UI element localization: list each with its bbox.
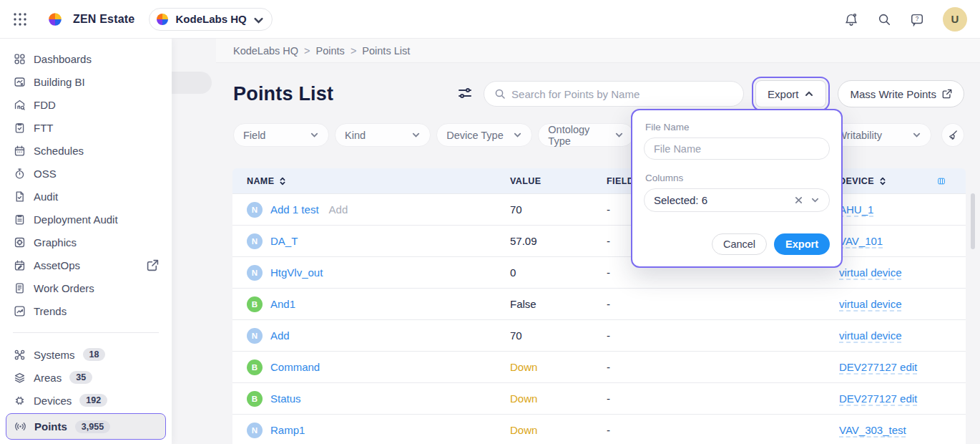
sidebar-item-assetops[interactable]: AssetOps	[0, 254, 172, 276]
chevron-down-icon	[253, 14, 262, 24]
ontology-type-filter-select[interactable]: Ontology Type	[538, 123, 634, 147]
point-name-link[interactable]: And1	[270, 298, 295, 310]
app-grid-icon[interactable]	[13, 12, 27, 26]
user-avatar[interactable]: U	[943, 7, 967, 32]
sidebar-item-points[interactable]: Points 3,955	[6, 413, 166, 440]
sort-icon[interactable]	[278, 177, 287, 185]
point-name-link[interactable]: Status	[270, 392, 301, 405]
assetops-icon	[13, 259, 26, 271]
table-row[interactable]: BAnd1 False - virtual device	[232, 288, 966, 319]
column-header-value[interactable]: VALUE	[510, 176, 607, 186]
column-header-name[interactable]: NAME	[232, 176, 510, 186]
sidebar-item-label: AssetOps	[34, 259, 80, 271]
device-link[interactable]: virtual device	[839, 266, 902, 279]
breadcrumb-item-points-list: Points List	[362, 45, 410, 57]
points-search	[484, 81, 744, 107]
field-filter-select[interactable]: Field	[233, 123, 329, 147]
cancel-button[interactable]: Cancel	[712, 233, 767, 255]
columns-icon[interactable]	[937, 177, 946, 185]
field-filter-label: Field	[243, 130, 265, 141]
device-link[interactable]: virtual device	[839, 329, 902, 342]
device-type-filter-select[interactable]: Device Type	[436, 123, 532, 147]
table-row[interactable]: BCommand Down - DEV277127 edit	[232, 351, 966, 382]
org-name: ZEN Estate	[73, 13, 134, 26]
chevron-down-icon[interactable]	[810, 196, 820, 205]
point-name-link[interactable]: Add 1 test	[270, 203, 319, 216]
point-type-badge: N	[247, 328, 263, 344]
columns-select[interactable]: Selected: 6	[644, 188, 830, 212]
sidebar-item-label: FDD	[34, 99, 56, 111]
breadcrumb-item-workspace[interactable]: KodeLabs HQ	[233, 45, 298, 57]
table-row[interactable]: NHtgVlv_out 0 - virtual device	[232, 256, 966, 288]
sort-icon[interactable]	[878, 177, 887, 185]
areas-icon	[13, 371, 26, 384]
svg-text:?: ?	[916, 16, 919, 22]
clear-selection-icon[interactable]	[794, 196, 803, 205]
file-name-input[interactable]	[644, 137, 830, 160]
breadcrumb-item-points[interactable]: Points	[316, 45, 345, 57]
kind-filter-select[interactable]: Kind	[335, 123, 431, 147]
sidebar-item-dashboards[interactable]: Dashboards	[0, 47, 172, 70]
sidebar-item-devices[interactable]: Devices 192	[0, 389, 172, 412]
device-link[interactable]: DEV277127 edit	[839, 361, 917, 373]
device-link[interactable]: VAV_303_test	[839, 424, 906, 436]
filter-sliders-icon[interactable]	[456, 85, 475, 103]
export-confirm-button[interactable]: Export	[774, 233, 830, 255]
workspace-switcher[interactable]: KodeLabs HQ	[149, 8, 272, 31]
column-header-device[interactable]: DEVICE	[839, 176, 937, 186]
point-value: 0	[510, 266, 607, 279]
sidebar-item-audit[interactable]: Audit	[0, 185, 172, 208]
point-field: -	[607, 424, 839, 436]
point-value: 70	[510, 203, 607, 216]
sidebar-item-deployment-audit[interactable]: Deployment Audit	[0, 208, 172, 231]
sidebar-item-graphics[interactable]: Graphics	[0, 231, 172, 254]
mass-write-points-button[interactable]: Mass Write Points	[838, 80, 964, 107]
device-link[interactable]: VAV_101	[839, 235, 883, 247]
sidebar-item-systems[interactable]: Systems 18	[0, 343, 172, 366]
point-field: -	[607, 266, 839, 279]
global-search-icon[interactable]	[877, 12, 891, 26]
kind-filter-label: Kind	[345, 130, 366, 141]
device-link[interactable]: DEV277127 edit	[839, 392, 917, 405]
external-link-icon	[146, 259, 159, 271]
help-icon[interactable]: ?	[910, 12, 924, 26]
clear-filters-button[interactable]	[941, 123, 964, 147]
device-link[interactable]: AHU_1	[839, 203, 873, 216]
point-type-badge: N	[247, 202, 263, 218]
sidebar-item-areas[interactable]: Areas 35	[0, 366, 172, 389]
table-row[interactable]: NDA_T 57.09 - VAV_101	[232, 225, 966, 256]
sidebar-item-data-sources[interactable]: Data Sources 3	[0, 441, 172, 444]
sidebar-item-label: Points	[34, 420, 67, 433]
point-name-link[interactable]: Add	[270, 329, 290, 342]
sidebar-item-work-orders[interactable]: Work Orders	[0, 276, 172, 299]
point-name-link[interactable]: HtgVlv_out	[270, 266, 323, 279]
sidebar-item-fdd[interactable]: FDD	[0, 93, 172, 116]
table-row[interactable]: NAdd 1 testAdd 70 - AHU_1	[232, 193, 966, 225]
sidebar-item-building-bi[interactable]: Building BI	[0, 70, 172, 93]
export-button[interactable]: Export	[755, 80, 826, 107]
table-scrollbar-thumb[interactable]	[971, 193, 975, 249]
column-settings[interactable]	[937, 177, 966, 185]
device-link[interactable]: virtual device	[839, 298, 902, 310]
workspace-name: KodeLabs HQ	[175, 13, 246, 25]
sidebar-item-schedules[interactable]: Schedules	[0, 139, 172, 162]
sidebar-item-label: Audit	[34, 190, 58, 203]
table-row[interactable]: NAdd 70 - virtual device	[232, 319, 966, 351]
table-row[interactable]: BStatus Down - DEV277127 edit	[232, 382, 966, 414]
sidebar-item-trends[interactable]: Trends	[0, 299, 172, 322]
table-row[interactable]: NRamp1 Down - VAV_303_test	[232, 414, 966, 444]
topbar: ZEN Estate KodeLabs HQ ? U	[0, 0, 980, 39]
sidebar-item-oss[interactable]: OSS	[0, 162, 172, 185]
points-search-input[interactable]	[511, 88, 733, 100]
point-name-link[interactable]: Ramp1	[270, 424, 305, 436]
point-name-link[interactable]: Command	[270, 361, 320, 373]
table-header-row: NAME VALUE FIELD DEVICE	[232, 168, 966, 193]
points-icon	[14, 420, 26, 433]
point-field: -	[607, 298, 839, 310]
notifications-bell-icon[interactable]	[844, 12, 858, 26]
point-value: False	[510, 298, 607, 310]
sidebar-item-ftt[interactable]: FTT	[0, 116, 172, 139]
sidebar-item-label: OSS	[34, 168, 57, 180]
writability-filter-select[interactable]: Writability	[827, 123, 931, 147]
point-name-link[interactable]: DA_T	[270, 235, 298, 247]
